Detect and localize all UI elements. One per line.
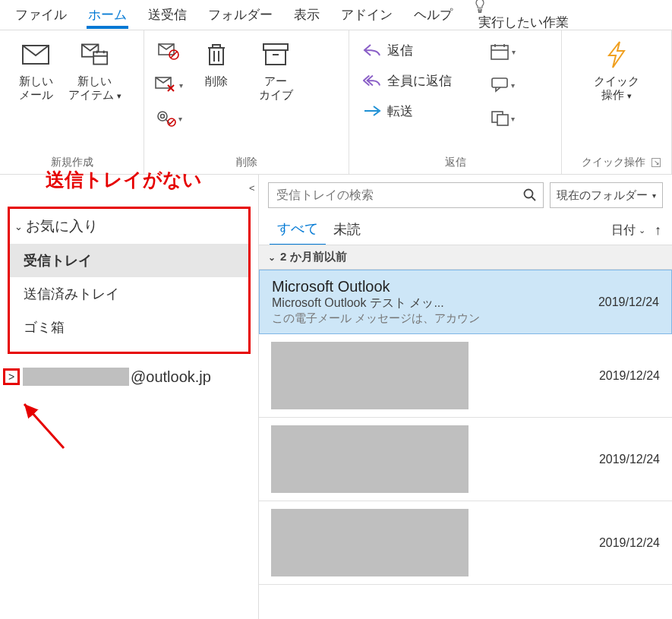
archive-button[interactable]: アー カイブ xyxy=(246,33,305,102)
chevron-down-icon: ⌄ xyxy=(268,252,276,263)
new-mail-label: 新しい メール xyxy=(19,74,53,102)
message-list-pane: 現在のフォルダー ▾ すべて 未読 日付 ⌄ ↑ ⌄ 2 か月前以前 Micro… xyxy=(258,175,672,619)
new-mail-button[interactable]: 新しい メール xyxy=(6,33,65,102)
svg-point-26 xyxy=(524,190,532,198)
forward-label: 転送 xyxy=(387,103,413,120)
delete-label: 削除 xyxy=(205,74,228,88)
forward-button[interactable]: 転送 xyxy=(358,99,481,123)
quick-label: クイック 操作 ▾ xyxy=(594,74,639,102)
chevron-down-icon: ⌄ xyxy=(639,226,645,235)
dialog-launcher-icon[interactable]: ↘ xyxy=(651,158,661,167)
reply-label: 返信 xyxy=(387,42,413,59)
content: < 送信トレイがない ⌄ お気に入り 受信トレイ 送信済みトレイ ゴミ箱 > @… xyxy=(0,175,672,619)
trash-icon xyxy=(203,41,230,68)
archive-icon xyxy=(262,41,289,68)
scope-label: 現在のフォルダー xyxy=(557,188,648,203)
svg-point-11 xyxy=(160,115,164,118)
chevron-down-icon: ⌄ xyxy=(14,221,23,232)
quick-steps-button[interactable]: クイック 操作 ▾ xyxy=(579,33,655,102)
cleanup-button[interactable]: ▾ xyxy=(153,71,184,99)
favorites-label: お気に入り xyxy=(26,216,98,236)
tab-tellme[interactable]: 実行したい作業 xyxy=(463,0,579,36)
search-box[interactable] xyxy=(268,182,544,208)
group-label: 2 か月前以前 xyxy=(280,250,347,264)
mail-calendar-icon xyxy=(81,41,109,68)
message-from: Microsoft Outlook xyxy=(272,278,659,295)
chevron-down-icon: ▾ xyxy=(652,191,656,200)
tab-file[interactable]: ファイル xyxy=(5,2,77,28)
message-item[interactable]: Microsoft Outlook Microsoft Outlook テスト … xyxy=(259,270,672,334)
nav-pane: 送信トレイがない ⌄ お気に入り 受信トレイ 送信済みトレイ ゴミ箱 > @ou… xyxy=(0,175,258,619)
mail-icon xyxy=(22,41,49,68)
folder-trash[interactable]: ゴミ箱 xyxy=(10,311,248,344)
more-button[interactable]: ▾ xyxy=(487,105,518,132)
svg-rect-18 xyxy=(491,46,508,59)
tab-sendreceive[interactable]: 送受信 xyxy=(137,2,197,28)
tab-folder[interactable]: フォルダー xyxy=(197,2,283,28)
meeting-button[interactable]: ▾ xyxy=(487,38,518,65)
message-date: 2019/12/24 xyxy=(599,536,660,550)
lightning-icon xyxy=(603,41,630,68)
annotation-text: 送信トレイがない xyxy=(46,167,202,192)
new-item-button[interactable]: 新しい アイテム ▾ xyxy=(65,33,125,102)
sort-label: 日付 xyxy=(611,223,636,238)
reply-all-label: 全員に返信 xyxy=(387,72,452,90)
forward-icon xyxy=(363,102,381,120)
message-date: 2019/12/24 xyxy=(599,453,660,466)
account-row[interactable]: > @outlook.jp xyxy=(3,368,255,386)
folder-sent[interactable]: 送信済みトレイ xyxy=(10,277,248,311)
filter-unread-tab[interactable]: 未読 xyxy=(326,216,368,245)
tellme-label: 実行したい作業 xyxy=(478,15,569,30)
tab-home[interactable]: ホーム xyxy=(77,2,137,28)
message-preview: この電子メール メッセージは、アカウン xyxy=(272,311,659,326)
message-item[interactable]: 2019/12/24 xyxy=(259,501,672,585)
im-button[interactable]: ▾ xyxy=(487,71,518,99)
reply-all-button[interactable]: 全員に返信 xyxy=(358,68,481,93)
search-input[interactable] xyxy=(269,188,516,202)
new-item-label: 新しい アイテム ▾ xyxy=(68,74,121,102)
filter-all-tab[interactable]: すべて xyxy=(270,215,326,246)
sort-button[interactable]: 日付 ⌄ xyxy=(611,223,645,238)
reply-button[interactable]: 返信 xyxy=(358,38,481,62)
ignore-button[interactable] xyxy=(153,38,184,65)
svg-line-25 xyxy=(24,404,64,448)
tab-addin[interactable]: アドイン xyxy=(330,2,403,28)
message-item[interactable]: 2019/12/24 xyxy=(259,334,672,418)
junk-button[interactable]: ▾ xyxy=(153,105,184,132)
archive-label: アー カイブ xyxy=(259,74,293,102)
sort-direction-icon[interactable]: ↑ xyxy=(655,223,661,238)
favorites-box: ⌄ お気に入り 受信トレイ 送信済みトレイ ゴミ箱 xyxy=(8,207,251,354)
favorites-header[interactable]: ⌄ お気に入り xyxy=(10,209,248,244)
search-scope-dropdown[interactable]: 現在のフォルダー ▾ xyxy=(550,182,663,208)
message-group-header[interactable]: ⌄ 2 か月前以前 xyxy=(259,245,672,270)
annotation-arrow-icon xyxy=(18,395,79,456)
folder-inbox[interactable]: 受信トレイ xyxy=(10,244,248,277)
ribbon: 新しい メール 新しい アイテム ▾ 新規作成 ▾ xyxy=(0,30,672,175)
message-date: 2019/12/24 xyxy=(598,295,659,311)
account-domain: @outlook.jp xyxy=(131,368,211,386)
reply-icon xyxy=(363,41,381,59)
reply-group-label: 返信 xyxy=(355,153,555,172)
account-name-redacted xyxy=(23,368,129,386)
svg-rect-15 xyxy=(263,44,288,50)
svg-line-27 xyxy=(532,197,535,201)
search-icon[interactable] xyxy=(516,188,543,202)
svg-line-14 xyxy=(169,120,174,125)
message-subject: Microsoft Outlook テスト メッ... xyxy=(272,295,592,311)
quick-group-label: クイック操作 ↘ xyxy=(568,153,665,172)
svg-rect-22 xyxy=(492,78,507,87)
tab-bar: ファイル ホーム 送受信 フォルダー 表示 アドイン ヘルプ 実行したい作業 xyxy=(0,0,672,30)
svg-rect-2 xyxy=(93,52,107,64)
svg-rect-16 xyxy=(266,50,286,65)
reply-all-icon xyxy=(363,71,381,90)
account-expand-icon[interactable]: > xyxy=(3,368,20,385)
message-item[interactable]: 2019/12/24 xyxy=(259,418,672,501)
tab-view[interactable]: 表示 xyxy=(283,2,330,28)
message-date: 2019/12/24 xyxy=(599,369,660,383)
svg-rect-24 xyxy=(497,115,508,125)
lightbulb-icon xyxy=(474,0,569,14)
delete-button[interactable]: 削除 xyxy=(187,33,246,88)
tab-help[interactable]: ヘルプ xyxy=(403,2,463,28)
